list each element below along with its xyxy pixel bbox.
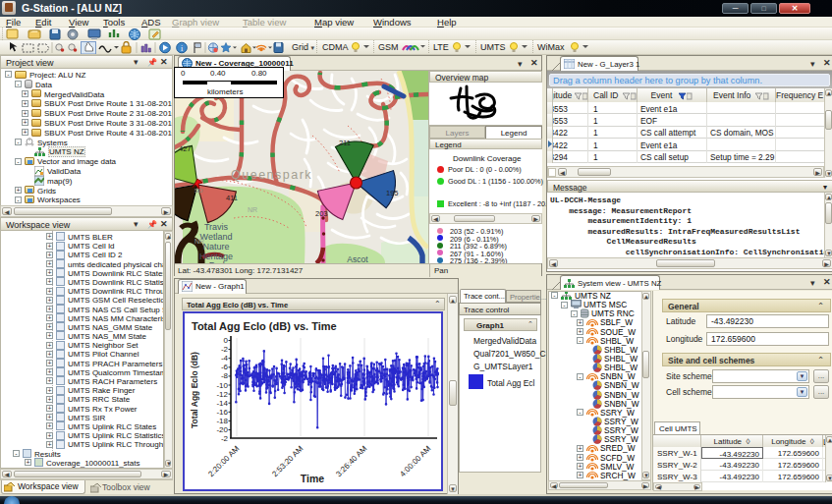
svg-text:sp: sp [194, 186, 203, 195]
svg-text:195: 195 [386, 189, 399, 197]
svg-text:Wetland: Wetland [200, 232, 233, 242]
svg-text:2:20:00 AM: 2:20:00 AM [206, 444, 241, 478]
svg-text:Total Agg Eclo (dB) vs. Time: Total Agg Eclo (dB) vs. Time [192, 320, 337, 332]
svg-text:-4: -4 [221, 354, 229, 363]
svg-text:NR: NR [248, 206, 257, 213]
svg-text:-14: -14 [216, 399, 228, 408]
svg-text:Queenspark: Queenspark [231, 168, 312, 182]
svg-text:-6: -6 [221, 363, 229, 371]
svg-text:0: 0 [224, 336, 229, 345]
svg-text:-20: -20 [216, 425, 228, 434]
svg-text:-12: -12 [216, 390, 228, 399]
svg-text:Total Agg Eclo (dB): Total Agg Eclo (dB) [190, 352, 199, 428]
svg-text:-2: -2 [221, 434, 229, 443]
svg-text:-18: -18 [216, 417, 228, 425]
svg-text:-16: -16 [216, 408, 228, 417]
svg-text:Travis: Travis [204, 222, 229, 232]
svg-text:203: 203 [315, 209, 328, 218]
svg-text:-2: -2 [221, 345, 229, 354]
svg-text:427: 427 [179, 144, 192, 153]
svg-text:211: 211 [339, 139, 351, 147]
svg-text:-8: -8 [221, 371, 229, 380]
svg-text:Nature: Nature [202, 242, 229, 252]
svg-text:NR: NR [194, 238, 204, 245]
svg-text:411: 411 [226, 194, 238, 202]
svg-text:-10: -10 [216, 381, 228, 390]
svg-text:Time: Time [301, 473, 324, 484]
svg-text:Ascot: Ascot [347, 254, 368, 263]
svg-text:4:00:00 AM: 4:00:00 AM [398, 444, 432, 478]
svg-text:3:26:40 AM: 3:26:40 AM [334, 444, 368, 478]
